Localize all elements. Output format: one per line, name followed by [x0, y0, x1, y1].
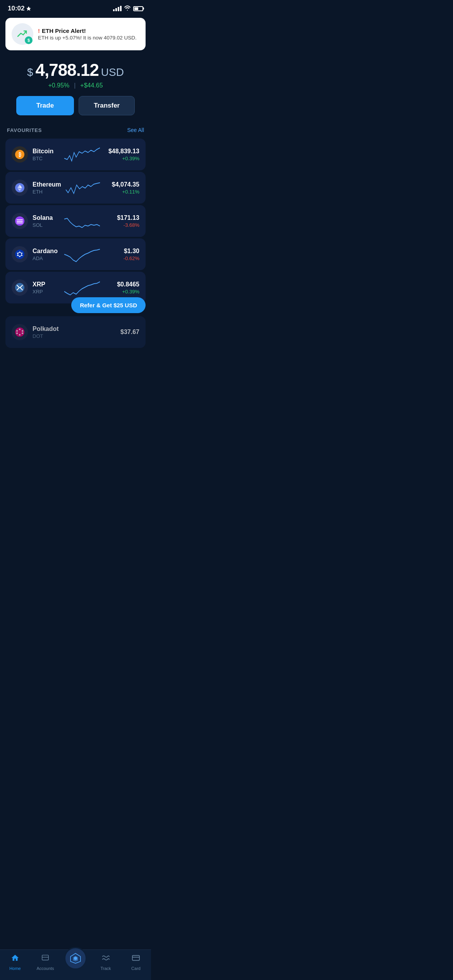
sol-price: $171.13 [105, 214, 139, 221]
sol-name: Solana [33, 214, 60, 221]
xrp-name: XRP [33, 281, 60, 288]
xrp-icon [12, 279, 28, 296]
dot-price: $37.67 [105, 329, 139, 336]
favourites-label: FAVOURITES [7, 127, 42, 133]
portfolio-balance: $ 4,788.12 USD [8, 60, 143, 80]
notif-content: ! ETH Price Alert! ETH is up +5.07%! It … [38, 27, 137, 41]
favourites-header: FAVOURITES See All [0, 123, 151, 137]
xrp-change: +0.39% [105, 289, 139, 295]
status-icons [113, 5, 143, 12]
svg-point-15 [17, 253, 18, 254]
svg-point-27 [16, 330, 18, 332]
eth-change: +0.11% [105, 189, 139, 195]
location-icon [26, 6, 31, 11]
notification-banner[interactable]: $ ! ETH Price Alert! ETH is up +5.07%! I… [5, 18, 146, 50]
refer-banner[interactable]: Refer & Get $25 USD [71, 297, 146, 313]
coin-card-eth[interactable]: Ethereum ETH $4,074.35 +0.11% [5, 172, 146, 204]
svg-text:₿: ₿ [19, 152, 21, 158]
coin-card-ada[interactable]: Cardano ADA $1.30 -0.62% [5, 238, 146, 270]
sol-info: Solana SOL [33, 214, 60, 228]
wifi-icon [124, 5, 131, 12]
change-percent: +0.95% [48, 82, 69, 89]
eth-icon [12, 180, 28, 196]
svg-point-11 [15, 250, 24, 259]
ada-icon [12, 246, 28, 262]
coin-card-sol[interactable]: Solana SOL $171.13 -3.68% [5, 205, 146, 237]
sol-price-info: $171.13 -3.68% [105, 214, 139, 228]
sol-chart [64, 211, 100, 231]
change-amount: +$44.65 [80, 82, 103, 89]
eth-price: $4,074.35 [105, 181, 139, 188]
svg-point-26 [19, 334, 21, 336]
btc-icon: ₿ [12, 146, 28, 163]
ada-symbol: ADA [33, 255, 60, 261]
svg-point-14 [19, 256, 20, 257]
svg-point-17 [17, 255, 18, 256]
notif-title: ! ETH Price Alert! [38, 27, 137, 34]
exclaim-icon: ! [38, 27, 40, 34]
notif-body: ETH is up +5.07%! It is now 4079.02 USD. [38, 35, 137, 41]
notif-icon: $ [12, 23, 33, 45]
btc-change: +0.39% [105, 156, 139, 161]
xrp-price: $0.8465 [105, 281, 139, 288]
sol-symbol: SOL [33, 222, 60, 228]
coin-card-btc[interactable]: ₿ Bitcoin BTC $48,839.13 +0.39% [5, 139, 146, 170]
svg-point-13 [19, 252, 20, 252]
status-bar: 10:02 [0, 0, 151, 15]
ada-price-info: $1.30 -0.62% [105, 248, 139, 261]
action-buttons: Trade Transfer [8, 96, 143, 115]
svg-point-16 [22, 253, 22, 254]
balance-dollar-sign: $ [27, 66, 33, 79]
see-all-button[interactable]: See All [127, 127, 144, 133]
svg-point-29 [16, 332, 18, 334]
eth-name: Ethereum [33, 181, 61, 188]
btc-price-info: $48,839.13 +0.39% [105, 148, 139, 161]
btc-info: Bitcoin BTC [33, 148, 60, 161]
balance-currency: USD [101, 66, 124, 79]
svg-point-28 [22, 330, 23, 332]
sol-icon [12, 213, 28, 229]
xrp-info: XRP XRP [33, 281, 60, 295]
eth-symbol: ETH [33, 189, 61, 195]
dot-name: Polkadot [33, 326, 60, 332]
balance-amount: 4,788.12 [36, 60, 99, 80]
ada-change: -0.62% [105, 255, 139, 261]
status-time: 10:02 [8, 5, 31, 12]
ada-name: Cardano [33, 248, 60, 255]
btc-price: $48,839.13 [105, 148, 139, 155]
coin-card-dot[interactable]: Polkadot DOT $37.67 [5, 316, 146, 348]
balance-change: +0.95% | +$44.65 [8, 82, 143, 89]
battery-icon [133, 6, 143, 11]
svg-point-30 [22, 332, 23, 334]
refer-section: Refer & Get $25 USD [0, 305, 151, 315]
dot-chart [64, 322, 100, 342]
eth-chart [66, 178, 100, 197]
dollar-badge: $ [25, 36, 33, 44]
svg-point-25 [19, 329, 21, 330]
btc-chart [64, 145, 100, 164]
eth-price-info: $4,074.35 +0.11% [105, 181, 139, 195]
transfer-button[interactable]: Transfer [79, 96, 135, 115]
ada-price: $1.30 [105, 248, 139, 255]
ada-info: Cardano ADA [33, 248, 60, 261]
ada-chart [64, 245, 100, 264]
dot-icon [12, 324, 28, 340]
dot-info: Polkadot DOT [33, 326, 60, 339]
xrp-price-info: $0.8465 +0.39% [105, 281, 139, 295]
sol-change: -3.68% [105, 222, 139, 228]
btc-name: Bitcoin [33, 148, 60, 155]
xrp-symbol: XRP [33, 289, 60, 295]
signal-bars [113, 6, 122, 11]
dot-symbol: DOT [33, 333, 60, 339]
trade-button[interactable]: Trade [16, 96, 74, 115]
change-divider: | [74, 82, 76, 89]
btc-symbol: BTC [33, 156, 60, 161]
svg-point-18 [22, 255, 22, 256]
eth-info: Ethereum ETH [33, 181, 61, 195]
portfolio-section: $ 4,788.12 USD +0.95% | +$44.65 Trade Tr… [0, 57, 151, 123]
xrp-chart [64, 278, 100, 297]
dot-price-info: $37.67 [105, 329, 139, 336]
